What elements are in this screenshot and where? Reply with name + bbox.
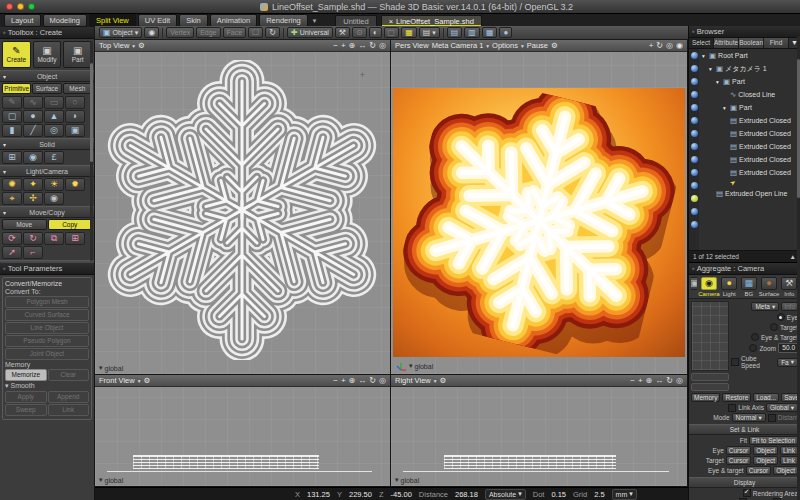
tree-row-extruded-closed[interactable]: ▤Extruded Closed xyxy=(700,140,800,153)
right-view-title[interactable]: Right View xyxy=(395,376,431,385)
target-link-button[interactable]: Link xyxy=(780,456,798,465)
shear-icon[interactable]: ➚ xyxy=(2,246,22,259)
rotate-view-icon[interactable]: ↻ xyxy=(369,376,376,385)
visibility-toggle[interactable] xyxy=(691,78,698,85)
tab-layout[interactable]: Layout xyxy=(4,14,41,27)
link-axis-checkbox[interactable] xyxy=(728,404,736,412)
render-dot-icon[interactable]: ◉ xyxy=(676,41,683,50)
solid-box-icon[interactable]: ⊞ xyxy=(2,151,22,164)
zoom-in-icon[interactable]: + xyxy=(341,376,346,385)
front-view-canvas[interactable]: ▾global xyxy=(95,387,390,486)
manipulator-tool-button[interactable]: ⚒ xyxy=(335,27,350,38)
rotate-tool-button[interactable]: ↻ xyxy=(265,27,280,38)
tree-row-extruded-closed[interactable]: ▤Extruded Closed xyxy=(700,153,800,166)
zoom-radio[interactable] xyxy=(749,344,757,352)
edge-mode-button[interactable]: Edge xyxy=(196,27,220,38)
eye-radio[interactable] xyxy=(777,313,785,321)
top-view-canvas[interactable]: + ▾global xyxy=(95,52,390,374)
visibility-toggle[interactable] xyxy=(691,221,698,228)
marquee-select-button[interactable]: ☐ xyxy=(248,27,263,38)
visibility-toggle[interactable] xyxy=(691,143,698,150)
solid-section-header[interactable]: ▾Solid xyxy=(0,138,94,150)
aggregate-tab-light[interactable]: ●Light xyxy=(720,277,738,297)
expander-icon[interactable]: ▾ xyxy=(3,73,6,80)
apply-button[interactable]: Apply xyxy=(5,391,47,403)
zoom-in-icon[interactable]: + xyxy=(638,376,643,385)
point-light-icon[interactable]: ✺ xyxy=(2,178,22,191)
object-section-header[interactable]: ▾Object xyxy=(0,70,94,82)
tree-row-meta-camera[interactable]: ▾▣メタカメラ 1 xyxy=(700,62,800,75)
target-cursor-button[interactable]: Cursor xyxy=(726,456,752,465)
expander-icon[interactable]: ▾ xyxy=(5,382,9,389)
right-view-coordinate-chip[interactable]: ▾global xyxy=(395,476,419,484)
expander-icon[interactable]: ▾ xyxy=(3,141,6,148)
minimize-window-button[interactable] xyxy=(17,3,24,10)
spin-copy-icon[interactable]: ↻ xyxy=(23,232,43,245)
cube-primitive-icon[interactable]: ▣ xyxy=(65,124,85,137)
convert-line-object-button[interactable]: Line Object xyxy=(5,322,89,334)
cube-speed-dropdown[interactable]: Fa▾ xyxy=(777,358,798,367)
eye-cursor-button[interactable]: Cursor xyxy=(726,446,752,455)
rotate-view-icon[interactable]: ↻ xyxy=(656,41,663,50)
ring-primitive-icon[interactable]: ◎ xyxy=(44,124,64,137)
vertex-mode-button[interactable]: Vertex xyxy=(166,27,194,38)
select-sphere-button[interactable]: ◐ xyxy=(369,27,382,38)
flip-icon[interactable]: ⌐ xyxy=(23,246,43,259)
cube-speed-checkbox[interactable] xyxy=(731,358,739,366)
memorize-button[interactable]: Memorize xyxy=(5,369,47,381)
top-view-title[interactable]: Top View xyxy=(99,41,129,50)
rectangle-tool-icon[interactable]: ▭ xyxy=(44,96,64,109)
top-view-coordinate-chip[interactable]: ▾global xyxy=(99,364,123,372)
view-settings-gear-icon[interactable]: ⚙ xyxy=(143,376,150,385)
rotate-copy-icon[interactable]: ⟳ xyxy=(2,232,22,245)
area-light-icon[interactable]: ✹ xyxy=(65,178,85,191)
panel-disclosure-icon[interactable]: ◦ xyxy=(692,264,695,273)
pers-view-coordinate-chip[interactable]: ▾global xyxy=(395,360,433,372)
zoom-in-icon[interactable]: + xyxy=(649,41,654,50)
panel-disclosure-icon[interactable]: ◦ xyxy=(692,27,695,36)
tab-modeling[interactable]: Modeling xyxy=(43,14,87,27)
restore-button[interactable]: Restore xyxy=(722,393,751,402)
magnify-icon[interactable]: ◎ xyxy=(379,376,386,385)
camera-tool-button[interactable]: ◉ xyxy=(144,27,159,38)
meta-dropdown[interactable]: Meta▾ xyxy=(751,302,779,311)
halfsphere-primitive-icon[interactable]: ◗ xyxy=(65,110,85,123)
eyetarget-cursor-button[interactable]: Cursor xyxy=(746,466,772,475)
layout-dual-view-button[interactable]: ▥ xyxy=(464,27,480,38)
flood-light-icon[interactable]: ✢ xyxy=(23,192,43,205)
visibility-toggle[interactable] xyxy=(691,208,698,215)
tree-row-root-part[interactable]: ▾▣Root Part xyxy=(700,49,800,62)
pan-icon[interactable]: ↔ xyxy=(655,376,663,385)
zoom-in-icon[interactable]: + xyxy=(341,41,346,50)
clear-button[interactable]: Clear xyxy=(48,369,90,381)
solid-sweep-icon[interactable]: £ xyxy=(44,151,64,164)
browser-tab-attribute[interactable]: Attribute xyxy=(714,38,739,48)
eyetarget-object-button[interactable]: Object xyxy=(773,466,798,475)
magnify-icon[interactable]: ◎ xyxy=(666,41,673,50)
info-button[interactable]: Info xyxy=(781,302,798,311)
toolbox-header[interactable]: ◦Toolbox : Create xyxy=(0,27,94,39)
pen-tool-icon[interactable]: ✎ xyxy=(2,96,22,109)
pers-view-canvas[interactable]: ▾global xyxy=(391,52,687,374)
visibility-toggle[interactable] xyxy=(691,104,698,111)
aggregate-tab-info[interactable]: ⚒Info xyxy=(780,277,798,297)
smooth-label[interactable]: ▾ Smooth xyxy=(5,382,89,390)
view-settings-gear-icon[interactable]: ⚙ xyxy=(138,41,145,50)
tab-mesh[interactable]: Mesh xyxy=(63,83,92,94)
layout-quad-view-button[interactable]: ▦ xyxy=(482,27,498,38)
visibility-toggle-selected[interactable] xyxy=(691,195,698,202)
visibility-toggle[interactable] xyxy=(691,182,698,189)
view-dropdown-icon[interactable]: ▾ xyxy=(138,378,141,384)
pin-tool-button[interactable]: ⊙ xyxy=(352,27,367,38)
unit-dropdown[interactable]: mm▾ xyxy=(612,489,637,500)
sphere-primitive-icon[interactable]: ● xyxy=(23,110,43,123)
memory-button[interactable]: Memory xyxy=(691,393,720,402)
coordinate-mode-dropdown[interactable]: Absolute▾ xyxy=(485,489,526,500)
close-tab-icon[interactable]: × xyxy=(389,17,393,26)
fit-view-icon[interactable]: ⊕ xyxy=(349,41,356,50)
visibility-toggle[interactable] xyxy=(691,52,698,59)
right-view-canvas[interactable]: ▾global xyxy=(391,387,687,486)
tab-overflow-icon[interactable]: ▾ xyxy=(310,17,320,25)
create-mode-button[interactable]: ✎Create xyxy=(2,41,31,68)
grid-snap-button[interactable]: ▦ xyxy=(401,27,417,38)
